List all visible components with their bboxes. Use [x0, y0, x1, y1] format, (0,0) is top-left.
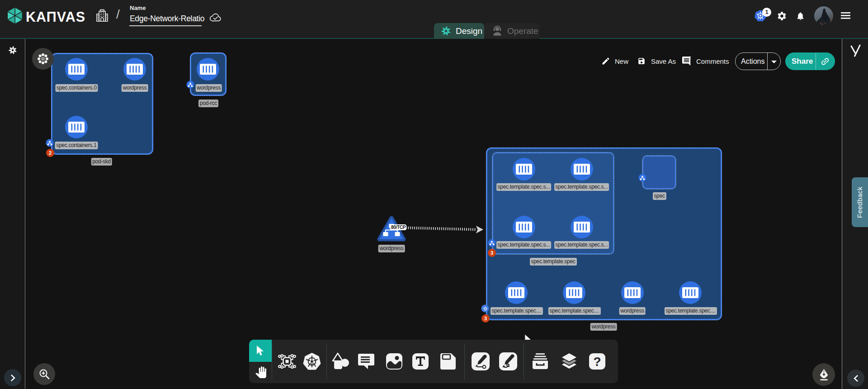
svg-text:?: ?	[593, 355, 601, 369]
